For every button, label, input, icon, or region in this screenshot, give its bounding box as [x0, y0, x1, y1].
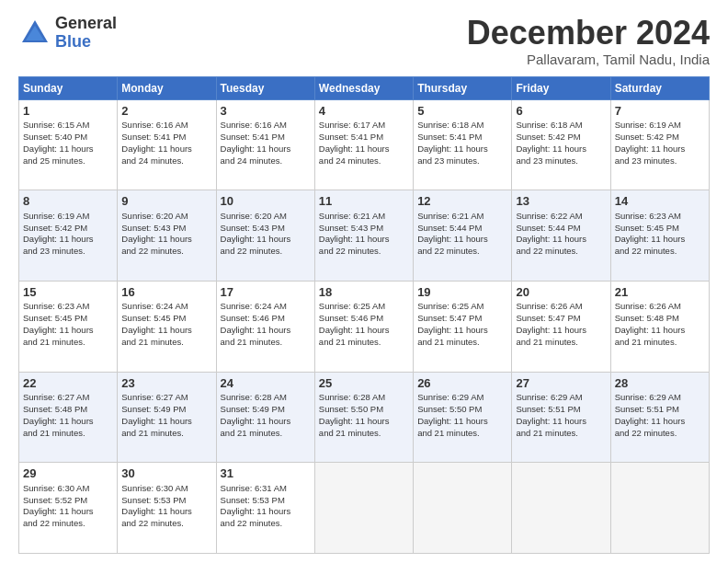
- day-info: Sunset: 5:45 PM: [121, 313, 211, 325]
- day-info: Sunrise: 6:21 AM: [319, 211, 409, 223]
- day-info: and 25 minutes.: [23, 155, 113, 167]
- day-info: Sunrise: 6:23 AM: [615, 211, 705, 223]
- day-info: Daylight: 11 hours: [221, 234, 311, 246]
- calendar-cell: 22Sunrise: 6:27 AMSunset: 5:48 PMDayligh…: [19, 372, 118, 463]
- calendar-cell: 14Sunrise: 6:23 AMSunset: 5:45 PMDayligh…: [610, 190, 709, 282]
- day-number: 30: [121, 465, 211, 482]
- logo: General Blue: [18, 15, 117, 52]
- calendar-cell: 11Sunrise: 6:21 AMSunset: 5:43 PMDayligh…: [314, 190, 413, 282]
- location: Pallavaram, Tamil Nadu, India: [467, 52, 710, 67]
- day-info: Sunset: 5:44 PM: [516, 223, 606, 235]
- day-number: 6: [516, 103, 606, 120]
- calendar-cell: 6Sunrise: 6:18 AMSunset: 5:42 PMDaylight…: [512, 99, 610, 190]
- day-info: and 21 minutes.: [417, 337, 507, 349]
- calendar-cell: [512, 463, 610, 554]
- weekday-tuesday: Tuesday: [216, 76, 314, 99]
- day-info: Sunset: 5:51 PM: [516, 404, 606, 416]
- day-info: Sunrise: 6:27 AM: [23, 392, 113, 404]
- day-info: Sunset: 5:46 PM: [319, 313, 409, 325]
- day-info: and 23 minutes.: [23, 246, 113, 258]
- day-number: 1: [23, 103, 113, 120]
- day-info: Sunrise: 6:25 AM: [319, 301, 409, 313]
- day-info: Daylight: 11 hours: [23, 234, 113, 246]
- weekday-friday: Friday: [512, 76, 610, 99]
- day-info: Sunset: 5:48 PM: [23, 404, 113, 416]
- day-number: 19: [417, 284, 507, 301]
- day-info: Sunset: 5:50 PM: [319, 404, 409, 416]
- day-info: Sunset: 5:41 PM: [319, 132, 409, 144]
- day-info: Daylight: 11 hours: [417, 144, 507, 155]
- day-info: Daylight: 11 hours: [121, 325, 211, 337]
- calendar-cell: 21Sunrise: 6:26 AMSunset: 5:48 PMDayligh…: [610, 281, 709, 372]
- day-info: and 22 minutes.: [417, 246, 507, 258]
- day-info: Sunset: 5:42 PM: [516, 132, 606, 144]
- day-info: Sunrise: 6:20 AM: [121, 211, 211, 223]
- day-info: Sunrise: 6:30 AM: [121, 483, 211, 495]
- logo-text: General Blue: [55, 15, 117, 52]
- day-number: 13: [516, 193, 606, 210]
- day-info: Sunset: 5:53 PM: [221, 495, 311, 507]
- day-info: and 22 minutes.: [23, 518, 113, 530]
- calendar-cell: [314, 463, 413, 554]
- day-info: Sunrise: 6:26 AM: [615, 301, 705, 313]
- day-number: 17: [221, 284, 311, 301]
- day-info: and 22 minutes.: [615, 428, 705, 440]
- logo-blue: Blue: [55, 33, 117, 52]
- day-info: and 21 minutes.: [516, 337, 606, 349]
- day-info: Sunrise: 6:24 AM: [121, 301, 211, 313]
- calendar-cell: 23Sunrise: 6:27 AMSunset: 5:49 PMDayligh…: [118, 372, 216, 463]
- day-info: and 24 minutes.: [319, 155, 409, 167]
- day-info: Daylight: 11 hours: [615, 416, 705, 428]
- day-info: Sunrise: 6:29 AM: [516, 392, 606, 404]
- day-info: and 22 minutes.: [221, 518, 311, 530]
- page: General Blue December 2024 Pallavaram, T…: [0, 0, 728, 563]
- day-info: and 23 minutes.: [516, 155, 606, 167]
- logo-icon: [18, 17, 51, 50]
- day-number: 7: [615, 103, 705, 120]
- day-info: Daylight: 11 hours: [121, 506, 211, 518]
- day-info: Daylight: 11 hours: [319, 416, 409, 428]
- day-info: and 22 minutes.: [516, 246, 606, 258]
- day-info: Sunset: 5:40 PM: [23, 132, 113, 144]
- day-info: and 21 minutes.: [221, 337, 311, 349]
- day-number: 5: [417, 103, 507, 120]
- day-info: Sunset: 5:42 PM: [23, 223, 113, 235]
- day-info: Sunset: 5:45 PM: [615, 223, 705, 235]
- logo-general: General: [55, 15, 117, 33]
- week-row-1: 1Sunrise: 6:15 AMSunset: 5:40 PMDaylight…: [19, 99, 710, 190]
- title-block: December 2024 Pallavaram, Tamil Nadu, In…: [467, 15, 710, 67]
- day-info: Sunset: 5:41 PM: [121, 132, 211, 144]
- day-info: Daylight: 11 hours: [23, 144, 113, 155]
- day-info: Sunrise: 6:20 AM: [221, 211, 311, 223]
- calendar-cell: 26Sunrise: 6:29 AMSunset: 5:50 PMDayligh…: [414, 372, 512, 463]
- day-info: and 21 minutes.: [23, 428, 113, 440]
- day-number: 12: [417, 193, 507, 210]
- day-info: and 22 minutes.: [319, 246, 409, 258]
- calendar-cell: 3Sunrise: 6:16 AMSunset: 5:41 PMDaylight…: [216, 99, 314, 190]
- day-info: Daylight: 11 hours: [221, 506, 311, 518]
- day-info: Daylight: 11 hours: [23, 416, 113, 428]
- day-number: 9: [121, 193, 211, 210]
- day-info: Sunset: 5:47 PM: [516, 313, 606, 325]
- day-info: Daylight: 11 hours: [417, 325, 507, 337]
- day-info: Sunrise: 6:28 AM: [221, 392, 311, 404]
- day-info: Daylight: 11 hours: [23, 506, 113, 518]
- weekday-saturday: Saturday: [610, 76, 709, 99]
- day-info: and 21 minutes.: [417, 428, 507, 440]
- day-number: 15: [23, 284, 113, 301]
- day-info: Sunset: 5:41 PM: [417, 132, 507, 144]
- calendar-cell: 25Sunrise: 6:28 AMSunset: 5:50 PMDayligh…: [314, 372, 413, 463]
- day-info: and 22 minutes.: [121, 246, 211, 258]
- day-number: 10: [221, 193, 311, 210]
- day-info: and 22 minutes.: [221, 246, 311, 258]
- day-info: Sunset: 5:43 PM: [121, 223, 211, 235]
- day-info: Sunrise: 6:15 AM: [23, 120, 113, 132]
- day-number: 14: [615, 193, 705, 210]
- day-info: Daylight: 11 hours: [615, 234, 705, 246]
- day-info: Sunset: 5:41 PM: [221, 132, 311, 144]
- day-info: Sunset: 5:51 PM: [615, 404, 705, 416]
- weekday-sunday: Sunday: [19, 76, 118, 99]
- day-info: and 24 minutes.: [121, 155, 211, 167]
- day-number: 24: [221, 375, 311, 392]
- day-info: Daylight: 11 hours: [417, 234, 507, 246]
